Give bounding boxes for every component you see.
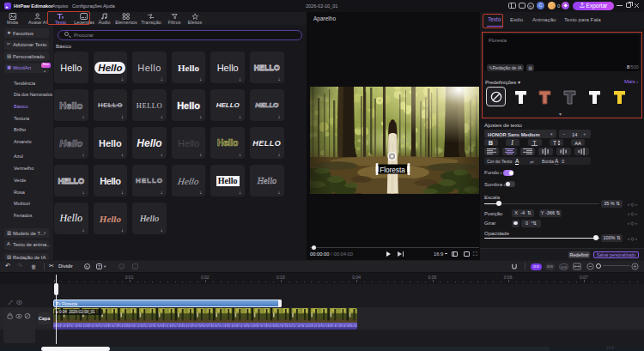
- svg-text:T: T: [553, 140, 556, 146]
- svg-text:I: I: [510, 139, 513, 147]
- svg-text:Floresta: Floresta: [380, 166, 405, 174]
- svg-text:AA: AA: [574, 141, 581, 146]
- svg-text:B: B: [489, 139, 494, 147]
- svg-text:T: T: [533, 139, 537, 145]
